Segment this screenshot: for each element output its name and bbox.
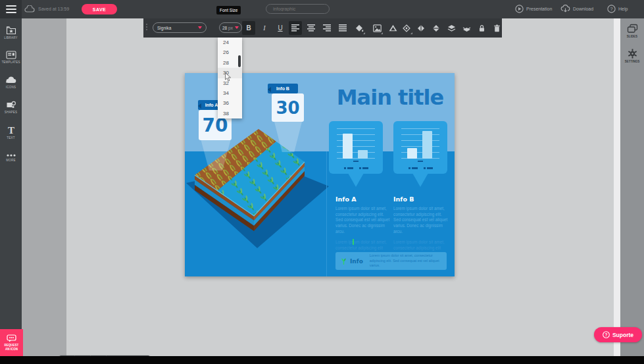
fill-color-button[interactable] — [353, 21, 366, 35]
support-label: Suporte — [612, 332, 633, 338]
font-size-option[interactable]: 34 — [218, 88, 242, 98]
sidebar-item-library[interactable]: LIBRARY — [0, 21, 22, 43]
chat-bubble-icon — [7, 334, 16, 342]
font-family-select[interactable]: Signika — [153, 22, 207, 33]
library-icon — [6, 26, 16, 35]
chevron-down-icon — [235, 26, 239, 29]
justify-button[interactable] — [336, 21, 349, 35]
icons-cloud-icon — [5, 76, 17, 84]
flip-vertical-button[interactable] — [430, 21, 443, 35]
shadow-button[interactable] — [400, 21, 413, 35]
bold-button[interactable]: B — [242, 21, 255, 35]
mini-bar-chart-a — [337, 128, 375, 159]
info-b-heading: Info B — [393, 195, 450, 203]
dropdown-scrollbar-thumb[interactable] — [238, 55, 241, 67]
chart-a-legend — [329, 167, 383, 169]
main-title-text[interactable]: Main title — [327, 85, 453, 110]
presentation-button[interactable]: Presentation — [515, 5, 552, 13]
workspace: Info A 70 Info B 30 Main title — [22, 18, 614, 356]
svg-text:T: T — [7, 125, 14, 135]
help-button[interactable]: ? Help — [607, 5, 628, 13]
font-size-option[interactable]: 24 — [218, 38, 242, 47]
right-panel: SLIDES SETTINGS — [620, 18, 644, 356]
opacity-triangle-icon — [389, 24, 397, 32]
text-icon: T — [6, 125, 16, 135]
image-button[interactable] — [370, 21, 384, 35]
support-button[interactable]: ? Suporte — [594, 327, 642, 342]
chart-b-legend — [393, 167, 447, 169]
flip-horizontal-icon — [417, 24, 425, 32]
project-name-input[interactable] — [266, 4, 330, 14]
sidebar-item-text[interactable]: T TEXT — [0, 121, 22, 143]
bring-forward-icon — [447, 24, 456, 32]
sidebar-item-templates[interactable]: TEMPLATES — [0, 46, 22, 68]
sidebar-label: MORE — [6, 159, 15, 162]
right-scrollbar[interactable] — [614, 18, 620, 356]
play-circle-icon — [515, 5, 524, 13]
flip-horizontal-button[interactable] — [414, 21, 428, 35]
send-backward-button[interactable] — [460, 21, 473, 35]
callout-b-value: 30 — [276, 98, 299, 118]
mouse-cursor — [225, 72, 232, 82]
left-sidebar: LIBRARY TEMPLATES ICONS SHAPE — [0, 18, 22, 356]
gear-icon — [628, 49, 637, 59]
sidebar-item-shapes[interactable]: SHAPES — [0, 96, 22, 118]
bottom-info-box[interactable]: Info Lorem ipsum dolor sit amet, consect… — [335, 252, 447, 270]
font-size-select[interactable]: 28 px — [219, 22, 242, 33]
send-backward-icon — [462, 24, 471, 32]
slides-button[interactable]: SLIDES — [620, 24, 644, 38]
italic-button[interactable]: I — [258, 21, 271, 35]
settings-label: SETTINGS — [625, 60, 640, 63]
cloud-saved-icon — [24, 5, 35, 13]
chart-axis-mark — [418, 161, 423, 162]
font-size-option[interactable]: 38 — [218, 109, 242, 118]
sidebar-item-more[interactable]: MORE — [0, 146, 22, 169]
sidebar-label: TEMPLATES — [1, 61, 20, 64]
chart-a-bar-2 — [358, 150, 368, 159]
info-a-block[interactable]: Info A Lorem ipsum dolor sit amet, conse… — [335, 195, 392, 251]
bottom-info-label: Info — [350, 258, 363, 265]
download-button[interactable]: Download — [560, 5, 593, 13]
bring-forward-button[interactable] — [445, 21, 458, 35]
align-left-button[interactable] — [289, 21, 302, 35]
chart-bubble-b[interactable] — [393, 121, 447, 174]
request-an-icon-button[interactable]: REQUEST AN ICON — [0, 329, 23, 356]
opacity-button[interactable] — [386, 21, 399, 35]
chart-b-bar-2 — [422, 131, 432, 159]
delete-button[interactable] — [490, 21, 503, 35]
chart-bubble-a[interactable] — [329, 121, 383, 174]
callout-b-tag[interactable]: Info B — [268, 84, 298, 93]
settings-button[interactable]: SETTINGS — [620, 49, 644, 63]
workspace-shade-band — [22, 18, 66, 356]
svg-text:?: ? — [610, 6, 612, 12]
callout-b-card[interactable]: 30 — [272, 93, 304, 122]
slides-icon — [627, 24, 638, 34]
info-b-block[interactable]: Info B Lorem ipsum dolor sit amet, conse… — [393, 195, 450, 251]
dropdown-corner-mark — [381, 32, 383, 34]
sidebar-label: ICONS — [6, 86, 16, 89]
info-b-body: Lorem ipsum dolor sit amet, consectetur … — [393, 206, 450, 234]
shadow-diamond-icon — [403, 24, 410, 32]
download-cloud-icon — [560, 5, 570, 13]
chart-axis-mark — [353, 161, 359, 162]
menu-icon[interactable] — [6, 5, 16, 13]
support-help-icon: ? — [603, 331, 610, 338]
chevron-down-icon — [198, 26, 202, 29]
toolbar-drag-handle[interactable] — [146, 24, 147, 30]
align-right-icon — [323, 24, 331, 32]
chart-a-bar-1 — [343, 134, 353, 159]
save-button[interactable]: SAVE — [82, 4, 117, 14]
align-center-button[interactable] — [305, 21, 318, 35]
lock-button[interactable] — [475, 21, 488, 35]
justify-icon — [339, 24, 347, 32]
align-right-button[interactable] — [320, 21, 334, 35]
bottom-bar — [0, 356, 644, 364]
saved-status: Saved at 13:59 — [38, 7, 69, 11]
sidebar-item-icons[interactable]: ICONS — [0, 71, 22, 93]
presentation-label: Presentation — [526, 7, 552, 11]
callout-b-tag-label: Info B — [276, 86, 289, 91]
font-size-option[interactable]: 36 — [218, 98, 242, 108]
callout-a-tag-label: Info A — [205, 103, 218, 107]
format-toolbar: Signika 28 px B I U — [143, 18, 502, 38]
underline-button[interactable]: U — [274, 21, 287, 35]
